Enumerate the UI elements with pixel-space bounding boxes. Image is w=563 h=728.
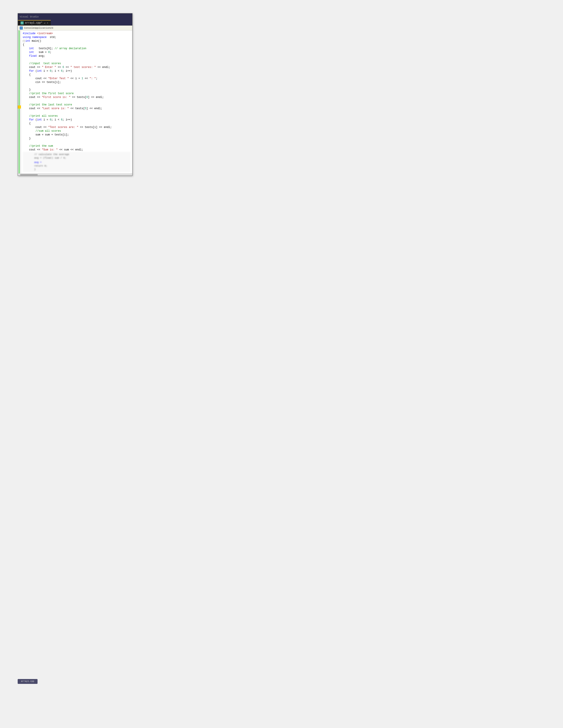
code-text: ; [50,51,51,54]
blurred-code: // calculate the average avg = (float) s… [23,152,130,172]
code-line: for (int i = 0; i < 6; i++) [23,118,130,122]
code-line: //input test scores [23,62,130,66]
keyword: namespace [32,36,47,39]
code-text: cin >> tests[i]; [23,81,61,84]
code-text [23,129,36,133]
keyword: using [23,36,31,39]
code-line [23,99,130,103]
string: " Enter " [42,66,56,69]
tab-bar: C array1.cpp* ⊿ ✕ [18,20,132,26]
file-icon: C [21,21,24,24]
code-text: i = [42,118,50,121]
code-line: cout << "First score is: " << tests[0] <… [23,96,130,99]
code-text [23,114,29,118]
scrollbar-thumb[interactable] [20,174,38,175]
keyword: int [29,51,34,54]
code-line: //sum all scores [23,129,130,133]
tab-close-icon[interactable]: ✕ [47,22,48,24]
code-line: float avg; [23,54,130,58]
left-gutter [18,30,21,173]
keyword: int [29,47,34,50]
code-text: << endl; [96,66,110,69]
code-line [23,111,130,114]
string: "Enter Test " [48,77,69,80]
number: 5 [85,107,86,110]
keyword: for [29,118,34,121]
taskbar-label: array1.cpp [18,679,38,684]
code-line [23,58,130,62]
code-text: ; i++) [62,118,72,121]
tab-filename: array1.cpp* [25,21,42,24]
number: 1 [81,77,83,80]
code-line: } [23,137,130,141]
solution-bar: C ConsoleApplication23 [18,26,132,30]
comment: //print the first test score [29,92,74,95]
code-text: ] << endl; [86,107,102,110]
code-text: ; i++) [62,69,72,73]
include-string: <iostream> [37,32,53,35]
tab-array1[interactable]: C array1.cpp* ⊿ ✕ [18,20,51,25]
code-text: cout << [23,77,48,80]
code-text: cout << [23,66,42,69]
code-text: << [56,66,62,69]
code-text: << [83,77,90,80]
number: 6 [61,118,62,121]
tab-pin-icon[interactable]: ⊿ [44,22,45,24]
ide-window: Visual Studio C array1.cpp* ⊿ ✕ C Consol… [18,13,132,176]
code-text: << tests[ [70,96,86,99]
code-line: cout << "Enter Test " << i + 1 << ": "; [23,77,130,81]
code-line: //print the last test score [23,103,130,107]
code-text: << tests[ [69,107,85,110]
code-text: } [23,137,31,140]
code-line: //print the sum [23,144,130,148]
comment: // array declaration [55,47,86,50]
code-text: ; i < [51,118,61,121]
code-line: } [23,88,130,92]
code-text: ; i < [51,69,61,73]
code-text: tests[6]; [34,47,55,50]
code-text: << sum << endl; [58,148,83,151]
code-line: using namespace std; [23,36,130,39]
code-line: int sum = 0; [23,51,130,54]
code-text: } [23,88,31,91]
string: "Sum is: " [42,148,58,151]
taskbar-item[interactable]: array1.cpp [18,679,38,684]
code-line: cout << "Last score is: " << tests[5] <<… [23,107,130,111]
code-line: −int main() [23,39,130,43]
editor-area[interactable]: #include <iostream> using namespace std;… [18,30,132,173]
code-line: cin >> tests[i]; [23,81,130,84]
code-line: int tests[6]; // array declaration [23,47,130,51]
code-text: ( [34,69,37,73]
code-text [23,92,29,95]
code-text: << [64,66,70,69]
string: " test scores: " [70,66,96,69]
collapse-icon[interactable]: − [23,40,25,42]
code-text: sum = sum + tests[i]; [23,133,69,136]
solution-name: ConsoleApplication23 [24,27,53,29]
comment: //input test scores [29,62,61,65]
code-text: cout << [23,126,48,129]
code-text: << tests[i] << endl; [78,126,112,129]
code-text: ; [96,77,97,80]
code-text: cout << [23,107,42,110]
code-line: { [23,73,130,77]
scrollbar[interactable] [18,173,132,176]
code-text: avg; [37,54,45,58]
code-text [23,54,29,58]
code-line: //print the first test score [23,92,130,96]
string: "Test scores are: " [48,126,78,129]
comment: //print the sum [29,144,53,148]
code-text: std; [48,36,56,39]
code-editor[interactable]: #include <iostream> using namespace std;… [21,30,132,173]
code-text: cout << [23,96,42,99]
code-line: cout << " Enter " << 6 << " test scores:… [23,66,130,69]
code-text: sum = [34,51,48,54]
title-bar: Visual Studio [18,13,132,20]
code-line: #include <iostream> [23,32,130,36]
keyword: int [37,118,42,121]
window-title: Visual Studio [20,15,39,18]
code-text [23,47,29,50]
code-line: for (int i = 0; i < 6; i++) [23,69,130,73]
code-text [23,51,29,54]
keyword: int [25,39,30,43]
